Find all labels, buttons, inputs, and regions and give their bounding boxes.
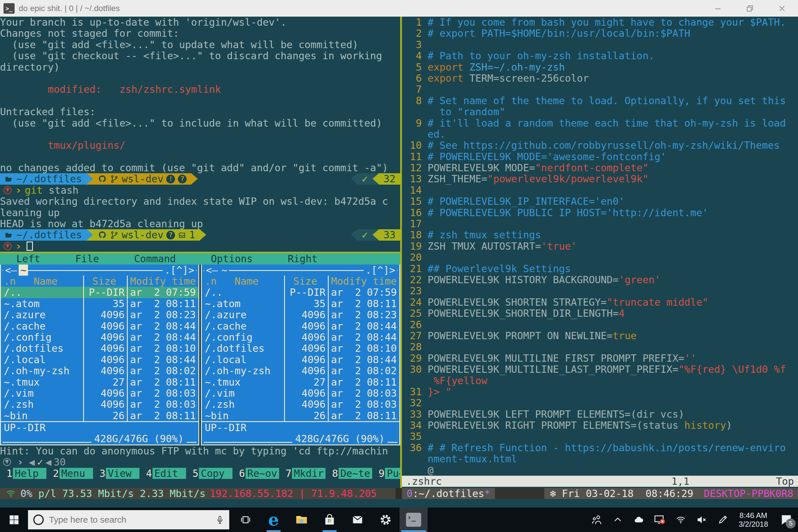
- git-stash-output: Saved working directory and index state …: [0, 196, 400, 229]
- mc-file-row[interactable]: /.vim4096ar 2 08:03: [1, 387, 198, 399]
- vim-line: 18# zsh tmux settings: [402, 229, 798, 240]
- mc-file-row[interactable]: /.oh-my-zsh4096ar 2 08:02: [202, 365, 399, 376]
- powerline-arrow-icon: [200, 229, 206, 240]
- display-error-tray-button[interactable]: [650, 508, 669, 532]
- mc-fkey-view[interactable]: 3View: [93, 468, 139, 479]
- mc-menu-left[interactable]: Left: [16, 253, 40, 264]
- store-button[interactable]: [316, 508, 344, 532]
- vim-line-number: [402, 453, 422, 464]
- mc-file-row[interactable]: /.config4096ar 2 08:44: [1, 331, 198, 343]
- command-name: git: [25, 185, 43, 196]
- fkey-label: View: [106, 468, 139, 479]
- powerline-arrow-icon: [87, 173, 93, 184]
- onedrive-tray-button[interactable]: [629, 508, 648, 532]
- mc-fkey-menu[interactable]: 2Menu: [46, 468, 93, 479]
- mc-file-row[interactable]: /.dotfiles4096ar 2 08:10: [1, 343, 198, 354]
- mc-left-panel[interactable]: <—~.[^]>.n NameSizeModify time/..P--DIRa…: [0, 265, 199, 445]
- vim-line: 28: [402, 341, 798, 352]
- terminal-taskbar-button[interactable]: ›_: [400, 508, 428, 532]
- mail-button[interactable]: [344, 508, 372, 532]
- mc-file-row[interactable]: /.zsh4096ar 2 08:03: [1, 399, 198, 410]
- task-view-button[interactable]: [232, 508, 260, 532]
- mc-file-row[interactable]: /.azure4096ar 2 08:23: [202, 309, 399, 320]
- mc-file-row[interactable]: /.cache4096ar 2 08:44: [202, 321, 399, 331]
- mc-file-row[interactable]: /.azure4096ar 2 08:23: [1, 309, 198, 320]
- mc-file-row[interactable]: ~.atom35ar 2 08:11: [202, 298, 399, 309]
- vim-line: 25POWERLEVEL9K_SHORTEN_DIR_LENGTH=4: [402, 308, 798, 319]
- edge-button[interactable]: e: [260, 508, 288, 532]
- vim-line-text: # zsh tmux settings: [422, 229, 541, 240]
- mc-menu-options[interactable]: Options: [211, 253, 252, 264]
- taskbar-clock[interactable]: 8:46 AM 3/2/2018: [735, 511, 772, 529]
- start-button[interactable]: [0, 508, 28, 532]
- prompt-dir: ~/.dotfiles: [16, 173, 82, 184]
- mc-subshell-prompt[interactable]: › ◀ ✓ ◀ 30: [0, 456, 400, 468]
- vim-line-number: 3: [402, 39, 422, 50]
- tmux-status-bar: 0% p/l 73.53 Mbit/s 2.33 Mbit/s 192.168.…: [0, 488, 798, 499]
- mc-fkey-re~ov[interactable]: 6Re~ov: [232, 468, 279, 479]
- volume-tray-button[interactable]: [692, 508, 711, 532]
- panel-scroll-right-icon[interactable]: .[^]>: [364, 265, 397, 276]
- tmux-left-pane[interactable]: Your branch is up-to-date with 'origin/w…: [0, 17, 402, 488]
- mc-fkey-de~te[interactable]: 8De~te: [325, 468, 372, 479]
- settings-button[interactable]: [372, 508, 400, 532]
- mc-fkey-edit[interactable]: 4Edit: [139, 468, 186, 479]
- mc-fkey-mkdir[interactable]: 7Mkdir: [279, 468, 325, 479]
- volume-muted-icon: [696, 514, 708, 525]
- taskbar-search[interactable]: [28, 510, 229, 529]
- vim-line-text: [422, 218, 428, 229]
- mc-file-row[interactable]: ~.tmux27ar 2 08:11: [1, 377, 198, 387]
- mc-menu-file[interactable]: File: [75, 253, 99, 264]
- terminal-output-line: directory): [0, 61, 400, 73]
- network-tray-button[interactable]: [671, 508, 690, 532]
- mc-fkey-pu~dn[interactable]: 9Pu~Dn: [372, 468, 402, 479]
- panel-scroll-right-icon[interactable]: .[^]>: [163, 265, 196, 276]
- vim-line-number: 12: [402, 162, 422, 173]
- mc-file-row[interactable]: /..P--DIRar 2 07:59: [202, 287, 399, 298]
- vim-line-text: POWERLEVEL9K_MULTILINE_FIRST_PROMPT_PREF…: [422, 353, 696, 364]
- people-tray-button[interactable]: [587, 508, 606, 532]
- pen-tray-button[interactable]: [714, 508, 732, 532]
- file-explorer-button[interactable]: [288, 508, 316, 532]
- terminal-output-line: [0, 129, 400, 140]
- panel-scroll-left-icon[interactable]: <—: [3, 265, 19, 276]
- restore-button[interactable]: [734, 0, 766, 17]
- mc-file-row[interactable]: ~bin26ar 2 08:11: [202, 410, 399, 421]
- cursor-line[interactable]: ›: [0, 241, 400, 252]
- action-center-button[interactable]: 5: [775, 508, 798, 532]
- mc-file-row[interactable]: /.local4096ar 2 08:44: [202, 354, 399, 365]
- terminal-output-line: Saved working directory and index state …: [0, 196, 400, 207]
- fkey-label: De~te: [339, 468, 372, 479]
- tmux-right-pane-vim[interactable]: 1# If you come from bash you might have …: [402, 17, 798, 488]
- minimize-button[interactable]: [702, 0, 734, 17]
- mc-file-row[interactable]: /.local4096ar 2 08:44: [1, 354, 198, 365]
- mc-file-row[interactable]: /.dotfiles4096ar 2 08:10: [202, 343, 399, 354]
- mc-file-row[interactable]: ~bin26ar 2 08:11: [1, 410, 198, 421]
- mc-fkey-help[interactable]: 1Help: [0, 468, 46, 479]
- search-input[interactable]: [49, 515, 215, 525]
- mc-right-panel[interactable]: <—~.[^]>.n NameSizeModify time/..P--DIRa…: [201, 265, 400, 445]
- mc-file-row[interactable]: /.zsh4096ar 2 08:03: [202, 399, 399, 410]
- mc-file-row[interactable]: /.config4096ar 2 08:44: [202, 331, 399, 343]
- mc-file-row[interactable]: /.vim4096ar 2 08:03: [202, 387, 399, 399]
- mc-file-row[interactable]: ~.tmux27ar 2 08:11: [202, 377, 399, 387]
- mc-file-row[interactable]: /..P--DIRar 2 07:59: [1, 287, 198, 298]
- tmux-window-tab[interactable]: 0:~/.dotfiles*: [402, 488, 495, 499]
- vim-line-number: [402, 375, 422, 386]
- tray-overflow-button[interactable]: [608, 508, 627, 532]
- mc-column-headers[interactable]: .n NameSizeModify time: [202, 276, 399, 287]
- clock-time: 8:46 AM: [735, 511, 772, 520]
- mc-menu-right[interactable]: Right: [288, 253, 317, 264]
- mc-file-row[interactable]: /.cache4096ar 2 08:44: [1, 321, 198, 331]
- packet-loss-label: p/l: [38, 488, 56, 499]
- powerline-arrow-icon: [373, 173, 379, 184]
- panel-scroll-left-icon[interactable]: <—: [204, 265, 220, 276]
- close-button[interactable]: [766, 0, 798, 17]
- mc-column-headers[interactable]: .n NameSizeModify time: [1, 276, 198, 287]
- mc-file-row[interactable]: /.oh-my-zsh4096ar 2 08:02: [1, 365, 198, 376]
- mc-menu-command[interactable]: Command: [134, 253, 176, 264]
- mc-fkey-copy[interactable]: 5Copy: [186, 468, 232, 479]
- vim-line-number: 18: [402, 229, 422, 240]
- mc-hint-line: Hint: You can do anonymous FTP with mc b…: [0, 445, 400, 456]
- mc-file-row[interactable]: ~.atom35ar 2 08:11: [1, 298, 198, 309]
